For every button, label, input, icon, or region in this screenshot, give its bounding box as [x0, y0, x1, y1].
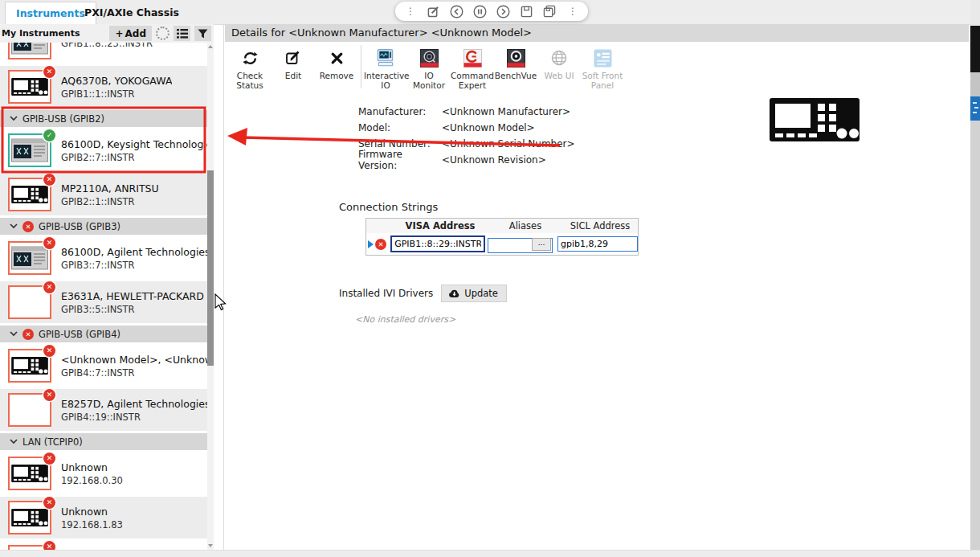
tab-pxi-axie-chassis[interactable]: PXI/AXIe Chassis: [74, 2, 190, 23]
save-all-icon[interactable]: [542, 4, 557, 18]
toolbar-button-label: Check Status: [228, 71, 272, 90]
list-item-86100d[interactable]: ✓86100D, Keysight TechnologiesGPIB2::7::…: [0, 129, 207, 171]
status-error-badge: ✕: [43, 281, 55, 293]
sidebar-scrollbar[interactable]: [207, 43, 214, 550]
detail-label: Serial Number:: [358, 138, 442, 149]
toolbar-command-expert-button[interactable]: Command Expert: [451, 45, 494, 90]
instrument-name: AQ6370B, YOKOGAWA: [61, 75, 172, 87]
instrument-address: GPIB2::7::INSTR: [61, 152, 207, 163]
list-item-mp2110a[interactable]: ✕MP2110A, ANRITSUGPIB2::1::INSTR: [0, 174, 207, 215]
status-error-badge: ✕: [43, 389, 55, 401]
toolbar-io-monitor-button[interactable]: IO Monitor: [407, 45, 451, 90]
table-header-row: VISA Address Aliases SICL Address: [366, 219, 638, 233]
filter-button[interactable]: [194, 26, 211, 41]
toolbar-remove-button[interactable]: Remove: [315, 45, 358, 80]
status-error-badge: ✕: [43, 541, 55, 550]
instrument-address: GPIB1::8::23::INSTR: [61, 43, 153, 49]
toolbar-button-label: Edit: [272, 71, 315, 80]
update-drivers-button[interactable]: Update: [441, 285, 507, 302]
add-instrument-button[interactable]: +Add: [109, 26, 152, 41]
step-back-icon[interactable]: [450, 4, 464, 18]
visa-address-input[interactable]: [390, 235, 485, 252]
group-label: GPIB-USB (GPIB2): [22, 113, 104, 125]
scroll-down-arrow[interactable]: [208, 544, 213, 547]
remove-icon: [315, 47, 358, 68]
group-label: GPIB-USB (GPIB4): [39, 329, 120, 340]
aliases-browse-button[interactable]: ...: [532, 238, 551, 251]
instrument-address: GPIB1::1::INSTR: [61, 88, 172, 100]
instrument-pictogram-icon: [770, 98, 860, 141]
check-status-icon: [228, 47, 272, 68]
list-item-86100d[interactable]: ✕86100D, Agilent TechnologiesGPIB3::7::I…: [0, 237, 207, 279]
toolbar-check-status-button[interactable]: Check Status: [228, 45, 272, 90]
instrument-address: GPIB4::19::INSTR: [61, 412, 207, 423]
status-ok-badge: ✓: [43, 129, 55, 141]
instrument-pictogram-icon: [11, 186, 48, 203]
toolbar-divider: [361, 45, 361, 88]
connection-strings-table: VISA Address Aliases SICL Address ✕ ...: [365, 218, 639, 256]
instrument-pictogram-icon: ✕: [8, 457, 51, 490]
interactive-io-icon: [364, 47, 407, 68]
toolbar-edit-button[interactable]: Edit: [272, 45, 315, 80]
edit-icon: [272, 47, 315, 68]
step-forward-icon[interactable]: [496, 4, 510, 18]
list-view-icon: [177, 29, 188, 39]
detail-row-manufacturer: Manufacturer:<Unknown Manufacturer>: [358, 104, 575, 120]
list-item-unknown-model[interactable]: ✕<Unknown Model>, <Unknown M...GPIB4::7:…: [0, 345, 207, 387]
toolbar-button-label: Soft Front Panel: [581, 71, 624, 90]
instrument-photo-icon: [11, 43, 48, 55]
status-error-badge: ✕: [43, 497, 55, 509]
toolbar-interactive-io-button[interactable]: Interactive IO: [364, 45, 407, 90]
io-monitor-icon: [407, 47, 451, 68]
detail-label: Manufacturer:: [358, 106, 442, 117]
detail-label: Firmware Version:: [358, 149, 442, 171]
group-label: GPIB-USB (GPIB3): [39, 221, 120, 232]
edit-icon[interactable]: [427, 4, 441, 18]
instrument-empty-icon: ✕: [8, 285, 51, 319]
instrument-address: 192.168.1.83: [61, 519, 123, 530]
pause-icon[interactable]: [473, 4, 488, 18]
list-item-aq6370b[interactable]: ✕AQ6370B, YOKOGAWAGPIB1::1::INSTR: [0, 66, 207, 108]
scrollbar-thumb[interactable]: [207, 170, 214, 366]
instrument-pictogram-icon: [11, 509, 48, 526]
list-item[interactable]: ✕: [0, 541, 207, 550]
save-icon[interactable]: [519, 4, 533, 18]
toolbar-button-label: Command Expert: [451, 71, 494, 90]
group-header-gpib-usb-gpib3[interactable]: ✕GPIB-USB (GPIB3): [0, 218, 207, 235]
instrument-address: GPIB3::7::INSTR: [61, 260, 207, 271]
instrument-pictogram-icon: ✕: [8, 501, 51, 534]
toolbar-button-label: BenchVue: [494, 71, 537, 80]
instrument-details: Manufacturer:<Unknown Manufacturer>Model…: [358, 104, 575, 168]
toolbar-button-label: Web UI: [537, 71, 581, 80]
menu-dots-icon[interactable]: ⋮: [403, 4, 418, 18]
cloud-download-icon: [448, 289, 460, 298]
list-item-e3631a[interactable]: ✕E3631A, HEWLETT-PACKARDGPIB3::5::INSTR: [0, 281, 207, 323]
bottom-status-strip: [0, 550, 980, 557]
list-item-unknown[interactable]: ✕Unknown192.168.1.83: [0, 497, 207, 539]
col-aliases: Aliases: [488, 220, 562, 231]
status-error-badge: ✕: [43, 345, 55, 357]
group-header-gpib-usb-gpib4[interactable]: ✕GPIB-USB (GPIB4): [0, 326, 207, 342]
toolbar-soft-front-panel-button: Soft Front Panel: [581, 45, 624, 90]
list-view-button[interactable]: [174, 26, 190, 41]
list-item-e8257d[interactable]: ✕E8257D, Agilent TechnologiesGPIB4::19::…: [0, 389, 207, 431]
group-header-gpib-usb-gpib2[interactable]: GPIB-USB (GPIB2): [0, 110, 207, 127]
row-error-badge: ✕: [375, 239, 386, 250]
detail-value: <Unknown Serial Number>: [442, 138, 575, 149]
scroll-up-arrow[interactable]: [208, 45, 213, 48]
instrument-name: E3631A, HEWLETT-PACKARD: [61, 290, 204, 302]
chevron-down-icon: [10, 116, 18, 121]
right-edge-window-strip: [970, 0, 980, 557]
toolbar-benchvue-button[interactable]: BenchVue: [494, 45, 537, 80]
sicl-address-input[interactable]: [557, 236, 638, 252]
detail-value: <Unknown Model>: [442, 122, 535, 133]
list-item-unknown[interactable]: ✕Unknown192.168.0.30: [0, 453, 207, 494]
instrument-name: Unknown: [61, 506, 123, 518]
recorder-toolbar: ⋮ ⋮: [395, 2, 588, 21]
list-item[interactable]: ✕GPIB1::8::23::INSTR: [0, 43, 207, 63]
col-visa-address: VISA Address: [392, 220, 488, 231]
instrument-address: 192.168.0.30: [61, 475, 123, 486]
menu-dots-icon[interactable]: ⋮: [566, 4, 580, 18]
detail-row-firmware-version: Firmware Version:<Unknown Revision>: [358, 152, 575, 168]
group-header-lan-tcpip0[interactable]: LAN (TCPIP0): [0, 433, 207, 450]
